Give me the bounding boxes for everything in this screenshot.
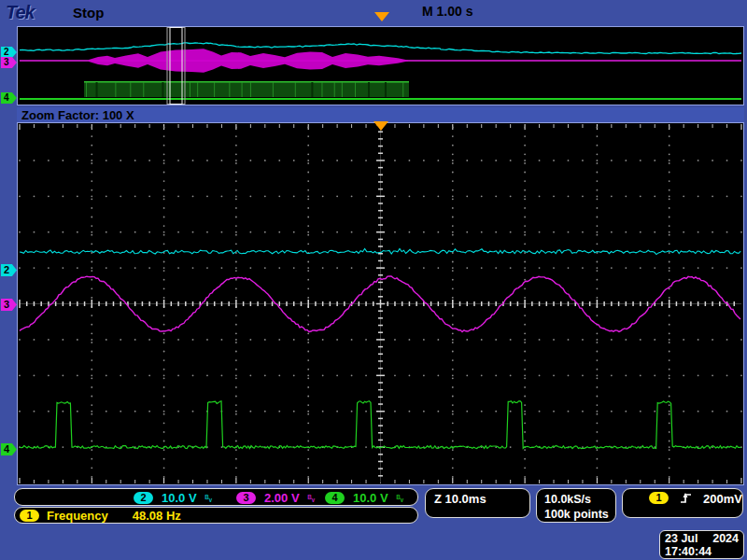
sample-rate-readout: 10.0kS/s — [544, 492, 615, 507]
measurement-label: Frequency — [47, 509, 108, 523]
channel-2-scale: 10.0 V — [162, 491, 197, 505]
measurement-source-badge: 1 — [20, 510, 39, 522]
datetime-box: 23 Jul 2024 17:40:44 — [659, 530, 744, 559]
overview-waveform-window — [17, 26, 744, 105]
rising-edge-icon — [680, 492, 692, 505]
channel-2-marker-main[interactable]: 2 — [1, 264, 17, 276]
zoom-factor-bar: Zoom Factor: 100 X — [17, 107, 744, 122]
time-readout: 17:40:44 — [665, 545, 739, 558]
channel-4-scale: 10.0 V — [353, 491, 388, 505]
acquisition-status: Stop — [73, 5, 104, 21]
channel-3-badge: 3 — [236, 492, 256, 504]
channel-4-badge: 4 — [325, 492, 345, 504]
channel-3-marker-main[interactable]: 3 — [1, 299, 17, 311]
measurement-box[interactable]: 1 Frequency 48.08 Hz — [14, 507, 418, 524]
trigger-source-badge: 1 — [649, 492, 669, 504]
expansion-point-marker-overview — [374, 12, 389, 21]
expansion-point-marker-main — [374, 121, 388, 131]
zoom-timebase-box[interactable]: Z 10.0ms — [425, 488, 530, 518]
record-length-readout: 100k points — [544, 507, 615, 522]
overview-traces — [18, 27, 743, 105]
channel-4-marker-overview[interactable]: 4 — [1, 92, 17, 104]
oscilloscope-screen: Tek Stop M 1.00 s 2 3 4 Zoom Factor: 100… — [0, 0, 747, 560]
main-timebase-readout: M 1.00 s — [422, 4, 472, 19]
channel-2-readout[interactable]: 2 10.0 V ᴮᵥ — [134, 491, 212, 505]
channel-3-marker-overview[interactable]: 3 — [1, 57, 17, 68]
channel-3-readout[interactable]: 3 2.00 V ᴮᵥ — [236, 491, 315, 505]
bandwidth-limit-icon: ᴮᵥ — [308, 494, 315, 503]
main-graticule-window — [17, 122, 744, 485]
tek-logo: Tek — [6, 2, 35, 23]
zoom-factor-label: Zoom Factor: 100 X — [17, 107, 744, 122]
trigger-box[interactable]: 1 200mV — [622, 488, 743, 518]
bandwidth-limit-icon: ᴮᵥ — [397, 494, 403, 503]
measurement-value: 48.08 Hz — [133, 509, 181, 523]
date-day: 23 Jul — [665, 532, 698, 545]
zoom-timebase-readout: Z 10.0ms — [434, 492, 486, 506]
channel-4-readout[interactable]: 4 10.0 V ᴮᵥ — [325, 491, 403, 505]
channel-2-marker-overview[interactable]: 2 — [1, 47, 17, 58]
channel-3-scale: 2.00 V — [264, 491, 300, 505]
channel-4-marker-main[interactable]: 4 — [1, 443, 17, 455]
acquisition-box[interactable]: 10.0kS/s 100k points — [536, 488, 616, 523]
channel-2-badge: 2 — [134, 492, 153, 504]
bandwidth-limit-icon: ᴮᵥ — [205, 494, 212, 503]
channel-readout-box: 2 10.0 V ᴮᵥ 3 2.00 V ᴮᵥ 4 10.0 V ᴮᵥ — [14, 488, 418, 506]
main-traces — [18, 123, 743, 484]
date-year: 2024 — [712, 532, 739, 545]
trigger-level-readout: 200mV — [703, 492, 742, 506]
